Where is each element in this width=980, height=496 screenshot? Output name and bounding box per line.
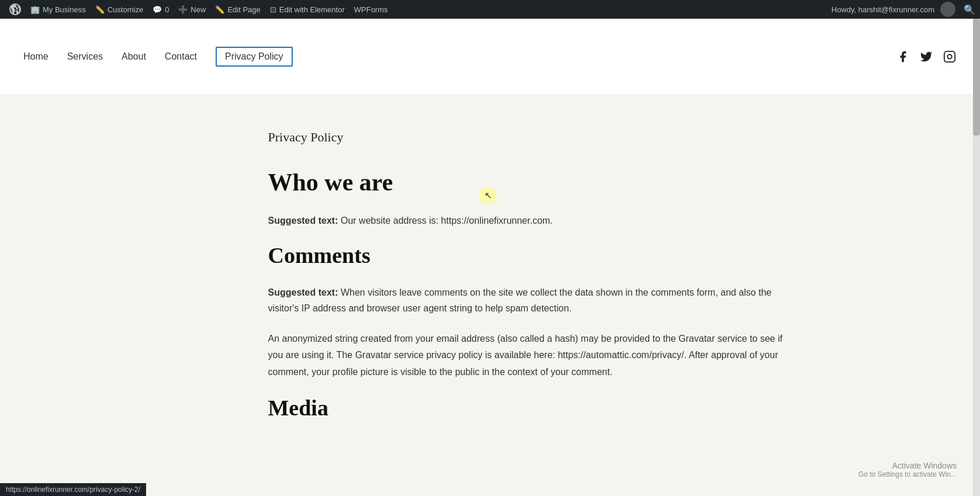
customize-button[interactable]: ✏️ Customize bbox=[91, 0, 148, 19]
nav-home[interactable]: Home bbox=[23, 51, 49, 62]
wp-admin-bar: 🏢 My Business ✏️ Customize 💬 0 ➕ New ✏️ … bbox=[0, 0, 980, 19]
new-icon: ➕ bbox=[178, 5, 188, 14]
site-nav: Home Services About Contact Privacy Poli… bbox=[23, 47, 293, 67]
facebook-icon[interactable] bbox=[896, 50, 910, 64]
my-business-button[interactable]: 🏢 My Business bbox=[26, 0, 91, 19]
heading-media: Media bbox=[268, 395, 788, 421]
nav-contact[interactable]: Contact bbox=[165, 51, 197, 62]
social-icons bbox=[896, 50, 957, 64]
suggested-text-who-we-are: Suggested text: Our website address is: … bbox=[268, 213, 788, 228]
section-comments: Comments Suggested text: When visitors l… bbox=[268, 242, 788, 381]
comments-button[interactable]: 💬 0 bbox=[148, 0, 174, 19]
section-who-we-are: Who we are Suggested text: Our website a… bbox=[268, 168, 788, 228]
search-icon[interactable]: 🔍 bbox=[958, 4, 975, 15]
scrollbar[interactable] bbox=[973, 19, 980, 496]
svg-rect-0 bbox=[944, 51, 955, 61]
activate-title: Activate Windows bbox=[858, 461, 957, 470]
suggested-body-1: Our website address is: https://onlinefi… bbox=[338, 216, 553, 226]
instagram-icon[interactable] bbox=[943, 50, 957, 64]
activate-subtitle: Go to Settings to activate Win... bbox=[858, 470, 957, 478]
customize-label: Customize bbox=[108, 5, 143, 14]
suggested-text-comments: Suggested text: When visitors leave comm… bbox=[268, 285, 788, 316]
suggested-bold-2: Suggested text: bbox=[268, 287, 338, 297]
nav-about[interactable]: About bbox=[122, 51, 146, 62]
edit-page-icon: ✏️ bbox=[215, 5, 224, 14]
main-content: Privacy Policy Who we are Suggested text… bbox=[0, 95, 980, 496]
site-header: Home Services About Contact Privacy Poli… bbox=[0, 19, 980, 95]
business-icon: 🏢 bbox=[30, 5, 40, 14]
edit-page-label: Edit Page bbox=[227, 5, 260, 14]
edit-page-button[interactable]: ✏️ Edit Page bbox=[210, 0, 265, 19]
edit-elementor-button[interactable]: ⊡ Edit with Elementor bbox=[265, 0, 349, 19]
heading-comments: Comments bbox=[268, 242, 788, 268]
wp-logo-button[interactable] bbox=[5, 0, 26, 19]
wpforms-label: WPForms bbox=[354, 5, 388, 14]
customize-icon: ✏️ bbox=[95, 5, 105, 14]
comments-count: 0 bbox=[165, 5, 169, 14]
status-url: https://onlinefixrunner.com/privacy-poli… bbox=[6, 485, 140, 494]
elementor-icon: ⊡ bbox=[270, 5, 276, 14]
comments-icon: 💬 bbox=[153, 5, 162, 14]
heading-who-we-are: Who we are bbox=[268, 168, 788, 196]
elementor-label: Edit with Elementor bbox=[279, 5, 345, 14]
activate-windows-notice: Activate Windows Go to Settings to activ… bbox=[858, 461, 957, 478]
page-title: Privacy Policy bbox=[268, 130, 788, 145]
wpforms-button[interactable]: WPForms bbox=[349, 0, 393, 19]
new-button[interactable]: ➕ New bbox=[174, 0, 210, 19]
suggested-bold-1: Suggested text: bbox=[268, 216, 338, 226]
status-bar: https://onlinefixrunner.com/privacy-poli… bbox=[0, 483, 146, 496]
howdy-text: Howdy, harshit@fixrunner.com bbox=[832, 5, 938, 14]
my-business-label: My Business bbox=[43, 5, 86, 14]
nav-services[interactable]: Services bbox=[67, 51, 103, 62]
body-text-comments: An anonymized string created from your e… bbox=[268, 331, 788, 381]
suggested-body-2: When visitors leave comments on the site… bbox=[268, 287, 772, 313]
nav-privacy-policy[interactable]: Privacy Policy bbox=[216, 47, 293, 67]
new-label: New bbox=[191, 5, 206, 14]
user-avatar[interactable] bbox=[940, 2, 955, 17]
twitter-icon[interactable] bbox=[919, 50, 933, 64]
section-media: Media bbox=[268, 395, 788, 421]
scrollbar-thumb[interactable] bbox=[973, 19, 980, 136]
